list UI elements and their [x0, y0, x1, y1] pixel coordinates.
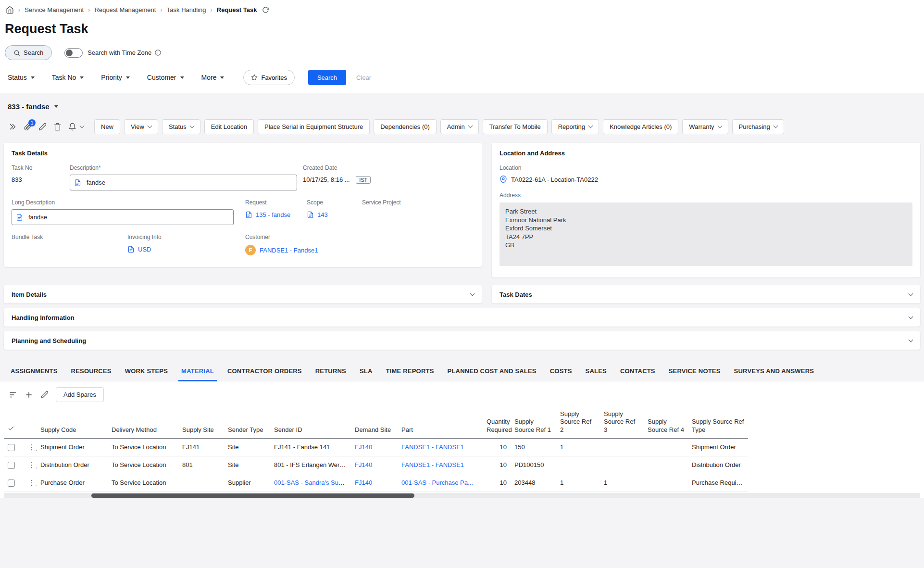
record-selector[interactable]: 833 - fandse: [8, 102, 58, 111]
expand-toolbar-icon[interactable]: [9, 123, 17, 131]
tab-assignments[interactable]: ASSIGNMENTS: [4, 362, 64, 381]
breadcrumb-item-service-management[interactable]: Service Management: [25, 6, 84, 13]
check-icon: [8, 425, 14, 432]
attachment-icon[interactable]: 1: [24, 123, 32, 131]
address-label: Address: [499, 192, 912, 199]
kebab-menu-icon[interactable]: ⋮: [28, 443, 35, 452]
column-header-supply-source-ref-1[interactable]: Supply Source Ref 1: [511, 407, 556, 438]
cell-link[interactable]: FJ140: [355, 443, 372, 451]
column-header-quantity-required[interactable]: Quantity Required: [483, 407, 511, 438]
cell-link[interactable]: FANDSE1 - FANDSE1: [401, 443, 464, 451]
toolbar-button-knowledge-articles-0[interactable]: Knowledge Articles (0): [603, 119, 678, 134]
notifications-icon[interactable]: [68, 123, 76, 131]
section-handling-information[interactable]: Handling Information: [4, 308, 920, 327]
cell-ref4: [644, 474, 688, 492]
filter-task-no[interactable]: Task No: [52, 74, 84, 81]
column-header-sender-id[interactable]: Sender ID: [270, 407, 351, 438]
column-header-delivery-method[interactable]: Delivery Method: [108, 407, 178, 438]
kebab-menu-icon[interactable]: ⋮: [28, 461, 35, 469]
tab-service-notes[interactable]: SERVICE NOTES: [662, 362, 727, 381]
toolbar-button-view[interactable]: View: [124, 119, 158, 134]
breadcrumb-item-request-management[interactable]: Request Management: [95, 6, 156, 13]
toolbar-button-warranty[interactable]: Warranty: [682, 119, 728, 134]
filter-priority[interactable]: Priority: [101, 74, 130, 81]
column-header-supply-source-ref-2[interactable]: Supply Source Ref 2: [556, 407, 600, 438]
edit-rows-icon[interactable]: [40, 391, 49, 399]
timezone-toggle[interactable]: [64, 48, 83, 58]
scrollbar-thumb[interactable]: [91, 493, 414, 498]
tab-time-reports[interactable]: TIME REPORTS: [379, 362, 441, 381]
cell-link[interactable]: 001-SAS - Sandra's Supplier: [274, 479, 351, 486]
section-planning-and-scheduling[interactable]: Planning and Scheduling: [4, 331, 920, 350]
toolbar-button-transfer-to-mobile[interactable]: Transfer To Mobile: [483, 119, 548, 134]
filter-search-button[interactable]: Search: [308, 70, 346, 85]
request-link[interactable]: 135 - fandse: [256, 211, 290, 218]
tab-planned-cost-and-sales[interactable]: PLANNED COST AND SALES: [441, 362, 543, 381]
toolbar-button-dependencies-0[interactable]: Dependencies (0): [374, 119, 437, 134]
column-header-sender-type[interactable]: Sender Type: [224, 407, 270, 438]
favorites-button[interactable]: Favorites: [243, 70, 294, 85]
scope-link[interactable]: 143: [317, 211, 328, 218]
cell-link[interactable]: FJ140: [355, 461, 372, 468]
toolbar-button-status[interactable]: Status: [162, 119, 200, 134]
clear-button[interactable]: Clear: [350, 70, 377, 85]
tab-contractor-orders[interactable]: CONTRACTOR ORDERS: [221, 362, 309, 381]
toolbar-button-edit-location[interactable]: Edit Location: [204, 119, 254, 134]
cell-demand-site: FJ140: [351, 456, 398, 474]
breadcrumb-item-task-handling[interactable]: Task Handling: [167, 6, 206, 13]
description-input[interactable]: [70, 175, 297, 190]
add-row-icon[interactable]: [25, 391, 33, 399]
toolbar-button-purchasing[interactable]: Purchasing: [732, 119, 784, 134]
customer-link[interactable]: FANDSE1 - Fandse1: [260, 247, 318, 254]
select-all-checkbox[interactable]: [4, 407, 24, 438]
tab-sales[interactable]: SALES: [579, 362, 613, 381]
search-button[interactable]: Search: [5, 45, 52, 60]
column-header-supply-source-ref-4[interactable]: Supply Source Ref 4: [644, 407, 688, 438]
kebab-menu-icon[interactable]: ⋮: [28, 479, 35, 487]
column-header-supply-source-ref-type[interactable]: Supply Source Ref Type: [688, 407, 748, 438]
row-checkbox[interactable]: [8, 480, 15, 487]
home-icon[interactable]: [6, 6, 14, 14]
column-header-part[interactable]: Part: [398, 407, 483, 438]
filter-more[interactable]: More: [201, 74, 225, 81]
refresh-icon[interactable]: [262, 6, 269, 13]
cell-link[interactable]: FJ140: [355, 479, 372, 486]
column-header-demand-site[interactable]: Demand Site: [351, 407, 398, 438]
tab-returns[interactable]: RETURNS: [309, 362, 353, 381]
long-description-input[interactable]: [12, 209, 234, 225]
column-header-supply-site[interactable]: Supply Site: [178, 407, 224, 438]
tab-material[interactable]: MATERIAL: [175, 362, 221, 381]
cell-link[interactable]: 001-SAS - Purchase Pa...: [401, 479, 473, 486]
column-header-supply-source-ref-3[interactable]: Supply Source Ref 3: [600, 407, 644, 438]
chevron-down-icon[interactable]: [80, 124, 85, 128]
chevron-down-icon: [588, 124, 593, 128]
add-spares-button[interactable]: Add Spares: [56, 387, 104, 402]
toolbar-button-place-serial-in-equipment-structure[interactable]: Place Serial in Equipment Structure: [258, 119, 370, 134]
section-item-details[interactable]: Item Details: [4, 285, 482, 303]
section-task-dates[interactable]: Task Dates: [492, 285, 920, 303]
delete-icon[interactable]: [53, 123, 62, 131]
tab-work-steps[interactable]: WORK STEPS: [118, 362, 175, 381]
toolbar-button-admin[interactable]: Admin: [440, 119, 479, 134]
info-icon[interactable]: [154, 49, 162, 56]
invoicing-info-link[interactable]: USD: [138, 246, 151, 253]
tab-surveys-and-answers[interactable]: SURVEYS AND ANSWERS: [727, 362, 821, 381]
row-checkbox[interactable]: [8, 462, 15, 469]
cell-link[interactable]: FANDSE1 - FANDSE1: [401, 461, 464, 468]
toolbar-button-reporting[interactable]: Reporting: [551, 119, 599, 134]
filter-customer[interactable]: Customer: [147, 74, 184, 81]
filter-icon[interactable]: [9, 391, 17, 399]
filter-row: StatusTask NoPriorityCustomerMore Favori…: [0, 70, 924, 85]
column-header-supply-code[interactable]: Supply Code: [37, 407, 108, 438]
horizontal-scrollbar[interactable]: [4, 493, 920, 498]
tab-costs[interactable]: COSTS: [543, 362, 579, 381]
cell-sender-type: Supplier: [224, 474, 270, 492]
tab-contacts[interactable]: CONTACTS: [613, 362, 662, 381]
toolbar-button-new[interactable]: New: [94, 119, 120, 134]
tab-sla[interactable]: SLA: [353, 362, 379, 381]
request-label: Request: [245, 199, 307, 206]
tab-resources[interactable]: RESOURCES: [64, 362, 118, 381]
row-checkbox[interactable]: [8, 444, 15, 451]
filter-status[interactable]: Status: [8, 74, 35, 81]
edit-icon[interactable]: [38, 123, 47, 131]
